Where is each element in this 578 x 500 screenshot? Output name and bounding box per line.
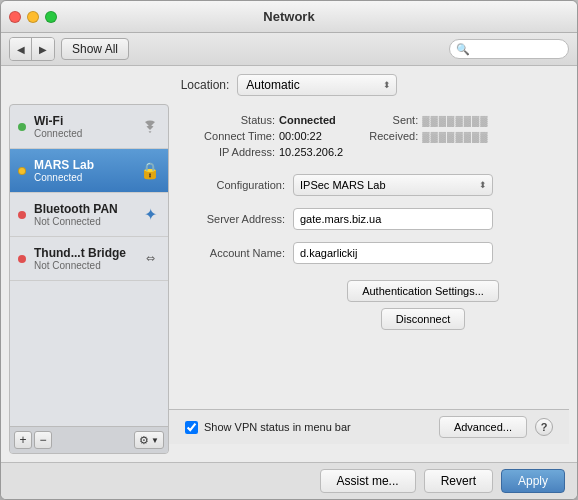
remove-network-button[interactable]: −	[34, 431, 52, 449]
add-network-button[interactable]: +	[14, 431, 32, 449]
account-name-label: Account Name:	[185, 247, 285, 259]
ip-value: 10.253.206.2	[279, 146, 343, 158]
revert-button[interactable]: Revert	[424, 469, 493, 493]
connect-time-value: 00:00:22	[279, 130, 322, 142]
status-dot-thunderbolt	[18, 255, 26, 263]
minimize-button[interactable]	[27, 11, 39, 23]
sidebar-item-status-bluetooth-pan: Not Connected	[34, 216, 132, 227]
location-label: Location:	[181, 78, 230, 92]
search-input[interactable]	[474, 43, 562, 55]
sidebar: Wi-Fi Connected	[9, 104, 169, 454]
content-area: Location: Automatic Wi-Fi Connected	[1, 66, 577, 462]
search-box: 🔍	[449, 39, 569, 59]
sent-row: Sent: ▓▓▓▓▓▓▓▓	[363, 114, 488, 126]
bottom-area: Show VPN status in menu bar Advanced... …	[169, 409, 569, 444]
account-name-input[interactable]	[293, 242, 493, 264]
sidebar-item-name-mars-lab: MARS Lab	[34, 158, 132, 172]
wifi-icon	[140, 117, 160, 137]
configuration-label: Configuration:	[185, 179, 285, 191]
account-name-row: Account Name:	[185, 242, 553, 264]
close-button[interactable]	[9, 11, 21, 23]
sidebar-item-status-wifi: Connected	[34, 128, 132, 139]
connect-time-row: Connect Time: 00:00:22	[185, 130, 343, 142]
received-row: Received: ▓▓▓▓▓▓▓▓	[363, 130, 488, 142]
connect-time-label: Connect Time:	[185, 130, 275, 142]
apply-button[interactable]: Apply	[501, 469, 565, 493]
gear-menu-button[interactable]: ⚙ ▼	[134, 431, 164, 449]
sidebar-item-text-wifi: Wi-Fi Connected	[34, 114, 132, 139]
left-info: Status: Connected Connect Time: 00:00:22…	[185, 114, 343, 158]
authentication-settings-button[interactable]: Authentication Settings...	[347, 280, 499, 302]
status-dot-mars-lab	[18, 167, 26, 175]
show-all-button[interactable]: Show All	[61, 38, 129, 60]
thunderbolt-icon: ⇔	[140, 249, 160, 269]
window-title: Network	[263, 9, 314, 24]
sidebar-items-list: Wi-Fi Connected	[10, 105, 168, 426]
configuration-select[interactable]: IPSec MARS Lab	[293, 174, 493, 196]
forward-button[interactable]: ▶	[32, 38, 54, 60]
right-info: Sent: ▓▓▓▓▓▓▓▓ Received: ▓▓▓▓▓▓▓▓	[363, 114, 488, 158]
sidebar-item-name-wifi: Wi-Fi	[34, 114, 132, 128]
main-panel: Wi-Fi Connected	[9, 104, 569, 454]
sidebar-item-text-mars-lab: MARS Lab Connected	[34, 158, 132, 183]
ip-label: IP Address:	[185, 146, 275, 158]
status-dot-wifi	[18, 123, 26, 131]
show-vpn-row: Show VPN status in menu bar	[185, 421, 351, 434]
sidebar-item-wifi[interactable]: Wi-Fi Connected	[10, 105, 168, 149]
status-info-area: Status: Connected Connect Time: 00:00:22…	[185, 114, 553, 158]
sidebar-item-text-thunderbolt: Thund...t Bridge Not Connected	[34, 246, 132, 271]
received-value: ▓▓▓▓▓▓▓▓	[422, 131, 488, 142]
configuration-row: Configuration: IPSec MARS Lab	[185, 174, 553, 196]
gear-icon: ⚙	[139, 434, 149, 447]
gear-chevron: ▼	[151, 436, 159, 445]
nav-buttons: ◀ ▶	[9, 37, 55, 61]
assist-me-button[interactable]: Assist me...	[320, 469, 416, 493]
location-row: Location: Automatic	[9, 74, 569, 96]
ip-row: IP Address: 10.253.206.2	[185, 146, 343, 158]
sidebar-item-mars-lab[interactable]: MARS Lab Connected 🔒	[10, 149, 168, 193]
search-icon: 🔍	[456, 43, 470, 56]
sidebar-item-bluetooth-pan[interactable]: Bluetooth PAN Not Connected ✦	[10, 193, 168, 237]
received-label: Received:	[363, 130, 418, 142]
bluetooth-icon: ✦	[140, 205, 160, 225]
advanced-button[interactable]: Advanced...	[439, 416, 527, 438]
status-row: Status: Connected	[185, 114, 343, 126]
configuration-select-wrapper: IPSec MARS Lab	[293, 174, 493, 196]
footer: Assist me... Revert Apply	[1, 462, 577, 499]
titlebar: Network	[1, 1, 577, 33]
status-label: Status:	[185, 114, 275, 126]
location-select-wrapper: Automatic	[237, 74, 397, 96]
sidebar-item-thunderbolt[interactable]: Thund...t Bridge Not Connected ⇔	[10, 237, 168, 281]
detail-panel: Status: Connected Connect Time: 00:00:22…	[169, 104, 569, 454]
status-dot-bluetooth-pan	[18, 211, 26, 219]
traffic-lights	[9, 11, 57, 23]
sidebar-item-status-thunderbolt: Not Connected	[34, 260, 132, 271]
action-buttons: Authentication Settings... Disconnect	[293, 280, 553, 330]
server-address-input[interactable]	[293, 208, 493, 230]
toolbar: ◀ ▶ Show All 🔍	[1, 33, 577, 66]
status-value: Connected	[279, 114, 336, 126]
sidebar-item-name-bluetooth-pan: Bluetooth PAN	[34, 202, 132, 216]
maximize-button[interactable]	[45, 11, 57, 23]
sidebar-item-status-mars-lab: Connected	[34, 172, 132, 183]
location-select[interactable]: Automatic	[237, 74, 397, 96]
help-button[interactable]: ?	[535, 418, 553, 436]
network-window: Network ◀ ▶ Show All 🔍 Location: Automat…	[0, 0, 578, 500]
sent-label: Sent:	[363, 114, 418, 126]
back-button[interactable]: ◀	[10, 38, 32, 60]
sent-value: ▓▓▓▓▓▓▓▓	[422, 115, 488, 126]
sidebar-item-text-bluetooth-pan: Bluetooth PAN Not Connected	[34, 202, 132, 227]
lock-icon: 🔒	[140, 161, 160, 181]
server-address-label: Server Address:	[185, 213, 285, 225]
sidebar-item-name-thunderbolt: Thund...t Bridge	[34, 246, 132, 260]
disconnect-button[interactable]: Disconnect	[381, 308, 465, 330]
server-address-row: Server Address:	[185, 208, 553, 230]
show-vpn-checkbox[interactable]	[185, 421, 198, 434]
show-vpn-label: Show VPN status in menu bar	[204, 421, 351, 433]
sidebar-toolbar: + − ⚙ ▼	[10, 426, 168, 453]
